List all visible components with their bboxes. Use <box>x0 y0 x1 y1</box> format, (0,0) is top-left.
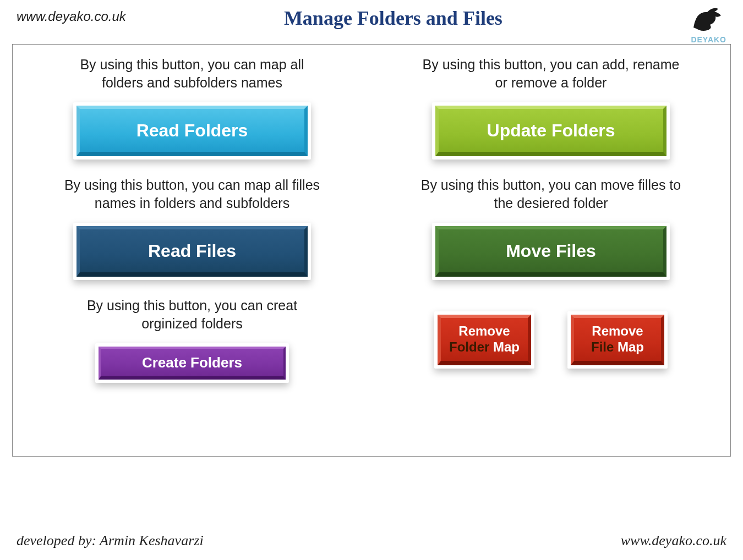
remove-folder-map-line1: Remove <box>458 323 510 339</box>
footer: developed by: Armin Keshavarzi www.deyak… <box>0 532 743 549</box>
btn-wrap-read-files: Read Files <box>73 223 311 280</box>
desc-move-files: By using this button, you can move fille… <box>419 176 683 212</box>
footer-developed-by: developed by: Armin Keshavarzi <box>17 532 204 549</box>
desc-read-files: By using this button, you can map all fi… <box>60 176 324 212</box>
remove-file-map-line2: File Map <box>591 339 644 355</box>
logo: DEYAKO <box>660 6 726 44</box>
header-url: www.deyako.co.uk <box>17 6 126 24</box>
cell-remove-maps: Remove Folder Map Remove File Map <box>394 297 708 383</box>
remove-folder-map-button[interactable]: Remove Folder Map <box>438 315 531 365</box>
remove-folder-map-dark: Folder <box>449 339 489 354</box>
desc-create-folders: By using this button, you can creat orgi… <box>60 297 324 332</box>
btn-wrap-read-folders: Read Folders <box>73 102 311 160</box>
remove-folder-map-line2: Folder Map <box>449 339 520 355</box>
cell-read-files: By using this button, you can map all fi… <box>35 176 349 280</box>
btn-wrap-remove-folder-map: Remove Folder Map <box>434 311 534 369</box>
remove-file-map-rest: Map <box>614 339 644 354</box>
desc-read-folders: By using this button, you can map all fo… <box>60 56 324 91</box>
btn-wrap-move-files: Move Files <box>432 223 670 280</box>
main-panel: By using this button, you can map all fo… <box>12 44 731 457</box>
remove-file-map-dark: File <box>591 339 614 354</box>
cell-move-files: By using this button, you can move fille… <box>394 176 708 280</box>
create-folders-button[interactable]: Create Folders <box>99 347 286 380</box>
btn-wrap-remove-file-map: Remove File Map <box>567 311 668 369</box>
read-files-button[interactable]: Read Files <box>77 226 308 277</box>
update-folders-button[interactable]: Update Folders <box>435 106 666 156</box>
remove-file-map-button[interactable]: Remove File Map <box>571 315 664 365</box>
page-title: Manage Folders and Files <box>126 6 660 30</box>
read-folders-button[interactable]: Read Folders <box>77 106 308 156</box>
logo-pegasus-icon <box>688 6 726 33</box>
cell-update-folders: By using this button, you can add, renam… <box>394 56 708 160</box>
logo-text: DEYAKO <box>660 35 726 44</box>
desc-update-folders: By using this button, you can add, renam… <box>419 56 683 91</box>
move-files-button[interactable]: Move Files <box>435 226 666 277</box>
cell-create-folders: By using this button, you can creat orgi… <box>35 297 349 383</box>
remove-file-map-line1: Remove <box>592 323 643 339</box>
btn-wrap-update-folders: Update Folders <box>432 102 670 160</box>
remove-folder-map-rest: Map <box>489 339 520 354</box>
btn-wrap-create-folders: Create Folders <box>95 343 289 383</box>
footer-url: www.deyako.co.uk <box>621 532 726 549</box>
cell-read-folders: By using this button, you can map all fo… <box>35 56 349 160</box>
